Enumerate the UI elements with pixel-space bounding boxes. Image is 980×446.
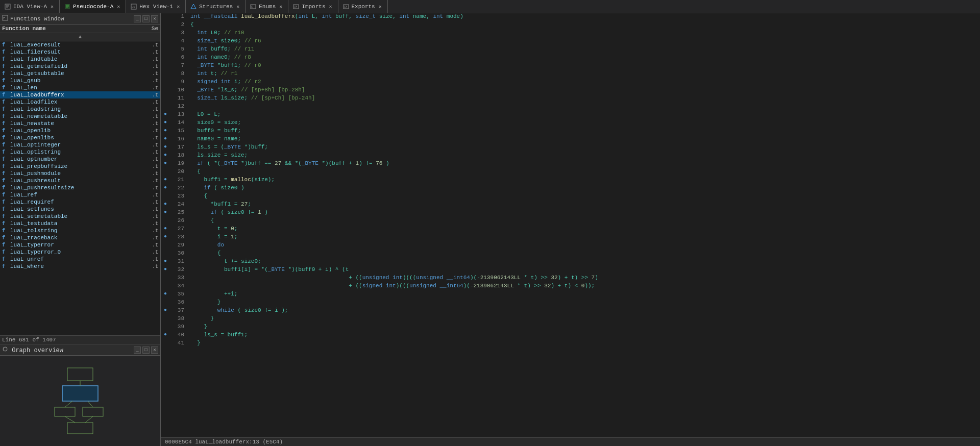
code-line[interactable]: ●25 if ( size0 != 1 )	[161, 209, 980, 217]
function-list-item[interactable]: fluaL_prepbuffsize.t	[0, 163, 160, 170]
code-view[interactable]: 1int __fastcall luaL_loadbufferx(int L, …	[161, 13, 980, 437]
code-line[interactable]: ●21 buff1 = malloc(size);	[161, 177, 980, 185]
code-line[interactable]: 7 _BYTE *buff1; // r0	[161, 62, 980, 70]
code-line[interactable]: ●28 i = 1;	[161, 234, 980, 242]
code-line[interactable]: ●14 size0 = size;	[161, 119, 980, 128]
code-line[interactable]: ●16 name0 = name;	[161, 136, 980, 144]
code-line[interactable]: 34 + ((signed int)(((unsigned __int64)(-…	[161, 283, 980, 291]
function-list-item[interactable]: fluaL_pushmodule.t	[0, 170, 160, 177]
code-line[interactable]: ●18 ls_size = size;	[161, 152, 980, 160]
code-line[interactable]: 29 do	[161, 242, 980, 250]
graph-maximize-button[interactable]: □	[142, 346, 150, 354]
function-list-item[interactable]: fluaL_pushresult.t	[0, 177, 160, 184]
code-line[interactable]: 5 int buff0; // r11	[161, 46, 980, 54]
code-line[interactable]: 41 }	[161, 340, 980, 348]
code-line[interactable]: 12	[161, 103, 980, 111]
tab-pseudocode[interactable]: Pseudocode-A ✕	[60, 0, 126, 13]
function-list-item[interactable]: fluaL_loadstring.t	[0, 106, 160, 113]
code-line[interactable]: 2{	[161, 21, 980, 30]
function-list-item[interactable]: fluaL_traceback.t	[0, 234, 160, 241]
code-line[interactable]: ●15 buff0 = buff;	[161, 128, 980, 136]
function-list-item[interactable]: fluaL_optlstring.t	[0, 148, 160, 156]
function-list-item[interactable]: fluaL_execresult.t	[0, 41, 160, 48]
code-line[interactable]: 4 size_t size0; // r6	[161, 38, 980, 46]
function-list-item[interactable]: fluaL_pushresultsize.t	[0, 184, 160, 191]
functions-close-button[interactable]: ✕	[151, 15, 158, 22]
function-list-item[interactable]: fluaL_openlib.t	[0, 127, 160, 134]
function-segment: .t	[140, 49, 158, 55]
code-line[interactable]: ●32 buff1[i] = *(_BYTE *)(buff0 + i) ^ (…	[161, 266, 980, 275]
function-list-item[interactable]: fluaL_gsub.t	[0, 77, 160, 84]
code-line[interactable]: 3 int L0; // r10	[161, 30, 980, 38]
code-line[interactable]: 9 signed int i; // r2	[161, 79, 980, 87]
function-list-item[interactable]: fluaL_optinteger.t	[0, 141, 160, 148]
tab-structures-close[interactable]: ✕	[235, 4, 241, 10]
code-line[interactable]: 10 _BYTE *ls_s; // [sp+8h] [bp-28h]	[161, 87, 980, 95]
function-list-item[interactable]: fluaL_ref.t	[0, 191, 160, 199]
function-list-item[interactable]: fluaL_getsubtable.t	[0, 70, 160, 77]
tab-pseudocode-close[interactable]: ✕	[115, 4, 121, 10]
tab-imports[interactable]: IM Imports ✕	[288, 0, 338, 13]
code-line[interactable]: 1int __fastcall luaL_loadbufferx(int L, …	[161, 13, 980, 21]
code-line[interactable]: 39 }	[161, 324, 980, 332]
code-line[interactable]: ●19 if ( *(_BYTE *)buff == 27 && *(_BYTE…	[161, 160, 980, 168]
code-line[interactable]: 11 size_t ls_size; // [sp+Ch] [bp-24h]	[161, 95, 980, 103]
tab-exports-close[interactable]: ✕	[377, 4, 383, 10]
code-line[interactable]: ●40 ls_s = buff1;	[161, 332, 980, 340]
code-line[interactable]: 8 int t; // r1	[161, 70, 980, 79]
function-list-item[interactable]: fluaL_tolstring.t	[0, 227, 160, 234]
tab-hex-view[interactable]: HX Hex View-1 ✕	[126, 0, 186, 13]
graph-close-button[interactable]: ✕	[151, 346, 158, 354]
function-list-item[interactable]: fluaL_testudata.t	[0, 220, 160, 227]
hex-view-icon: HX	[130, 3, 137, 10]
graph-minimize-button[interactable]: _	[134, 346, 141, 354]
code-line[interactable]: ●22 if ( size0 )	[161, 185, 980, 193]
code-line[interactable]: ●13 L0 = L;	[161, 111, 980, 119]
function-list-item[interactable]: fluaL_requiref.t	[0, 199, 160, 206]
code-line[interactable]: 38 }	[161, 315, 980, 324]
function-list-item[interactable]: fluaL_len.t	[0, 84, 160, 91]
function-list-item[interactable]: fluaL_newstate.t	[0, 120, 160, 127]
code-line[interactable]: ●35 ++i;	[161, 291, 980, 299]
function-list-item[interactable]: fluaL_setfuncs.t	[0, 206, 160, 213]
function-list-item[interactable]: fluaL_openlibs.t	[0, 134, 160, 141]
tab-imports-close[interactable]: ✕	[328, 4, 334, 10]
function-list-item[interactable]: fluaL_newmetatable.t	[0, 113, 160, 120]
function-list-item[interactable]: fluaL_typerror.t	[0, 241, 160, 249]
tab-enums-close[interactable]: ✕	[278, 4, 284, 10]
code-line[interactable]: ●24 *buff1 = 27;	[161, 201, 980, 209]
scroll-up-indicator[interactable]: ▲	[0, 33, 160, 41]
function-list-item[interactable]: fluaL_getmetafield.t	[0, 63, 160, 70]
tab-enums[interactable]: E Enums ✕	[246, 0, 288, 13]
tab-ida-view[interactable]: IDA View-A ✕	[0, 0, 60, 13]
code-line[interactable]: 26 {	[161, 217, 980, 226]
function-list-item[interactable]: fluaL_where.t	[0, 263, 160, 270]
function-list-item[interactable]: fluaL_findtable.t	[0, 56, 160, 63]
function-list-item[interactable]: fluaL_optnumber.t	[0, 156, 160, 163]
code-line[interactable]: 30 {	[161, 250, 980, 258]
code-line[interactable]: 36 }	[161, 299, 980, 307]
function-list-item[interactable]: fluaL_typerror_0.t	[0, 249, 160, 256]
tab-ida-view-close[interactable]: ✕	[49, 4, 55, 10]
function-list-item[interactable]: fluaL_setmetatable.t	[0, 213, 160, 220]
code-line-number: 31	[170, 258, 188, 264]
tab-structures[interactable]: Structures ✕	[186, 0, 246, 13]
function-list-item[interactable]: fluaL_fileresult.t	[0, 48, 160, 56]
code-line[interactable]: ●31 t += size0;	[161, 258, 980, 266]
code-line[interactable]: ●27 t = 0;	[161, 226, 980, 234]
code-line[interactable]: ●37 while ( size0 != i );	[161, 307, 980, 315]
functions-list[interactable]: fluaL_execresult.tfluaL_fileresult.tflua…	[0, 41, 160, 335]
code-line[interactable]: ●17 ls_s = (_BYTE *)buff;	[161, 144, 980, 152]
functions-minimize-button[interactable]: _	[134, 15, 141, 22]
tab-hex-view-close[interactable]: ✕	[175, 4, 181, 10]
code-line[interactable]: 23 {	[161, 193, 980, 201]
function-list-item[interactable]: fluaL_loadbufferx.t	[0, 91, 160, 98]
function-list-item[interactable]: fluaL_loadfilex.t	[0, 98, 160, 106]
functions-maximize-button[interactable]: □	[142, 15, 150, 22]
graph-canvas[interactable]	[0, 356, 160, 446]
code-line[interactable]: 33 + ((unsigned int)(((unsigned __int64)…	[161, 275, 980, 283]
code-line[interactable]: 6 int name0; // r8	[161, 54, 980, 62]
code-line[interactable]: 20 {	[161, 168, 980, 177]
tab-exports[interactable]: EX Exports ✕	[338, 0, 388, 13]
function-list-item[interactable]: fluaL_unref.t	[0, 256, 160, 263]
